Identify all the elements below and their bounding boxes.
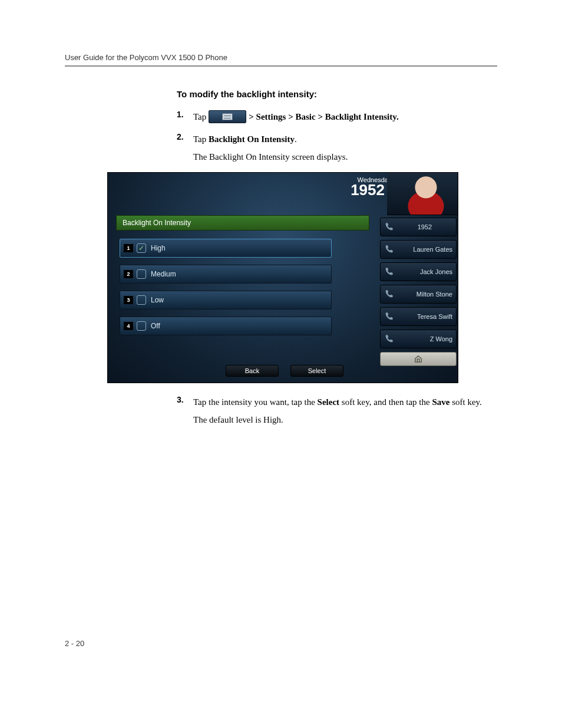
contact-label: Z Wong <box>397 335 452 342</box>
step-number: 1. <box>177 110 193 124</box>
step-text: Tap <box>193 110 206 124</box>
options-list: 1 ✓ High 2 Medium 3 Low 4 Off <box>120 239 332 342</box>
breadcrumb: > Settings > Basic > Backlight Intensity… <box>249 110 398 124</box>
option-medium[interactable]: 2 Medium <box>120 265 332 284</box>
handset-icon <box>384 312 394 321</box>
option-number: 2 <box>124 270 133 278</box>
option-number: 1 <box>124 244 133 252</box>
handset-icon <box>384 222 394 232</box>
content-continued: 3. Tap the intensity you want, tap the S… <box>177 395 497 427</box>
contacts-panel: 1952 Lauren Gates Jack Jones Milton Ston… <box>380 218 457 366</box>
contact-label: Milton Stone <box>397 291 452 298</box>
section-title: To modify the backlight intensity: <box>177 89 497 99</box>
step-text: . <box>295 134 297 144</box>
select-button[interactable]: Select <box>290 365 343 377</box>
contact-label: 1952 <box>397 223 452 230</box>
step-bold: Select <box>318 397 339 407</box>
step-number: 2. <box>177 132 193 164</box>
checkbox-icon <box>137 269 146 279</box>
contact-label: Teresa Swift <box>397 313 452 320</box>
step-text: soft key. <box>449 397 481 407</box>
step-number: 3. <box>177 395 193 427</box>
checkbox-icon: ✓ <box>137 243 146 253</box>
menu-icon <box>209 110 246 123</box>
option-high[interactable]: 1 ✓ High <box>120 239 332 258</box>
step-text: Tap <box>193 134 209 144</box>
step-3: 3. Tap the intensity you want, tap the S… <box>177 395 497 427</box>
handset-icon <box>384 289 394 299</box>
step-1: 1. Tap > Settings > Basic > Backlight In… <box>177 110 497 124</box>
contact-label: Lauren Gates <box>397 246 452 253</box>
option-off[interactable]: 4 Off <box>120 317 332 335</box>
phone-screen: Wednesday, February 4 1:30 PM 1952 Backl… <box>107 172 458 383</box>
handset-icon <box>384 334 394 344</box>
step-text: Tap the intensity you want, tap the <box>193 397 318 407</box>
phone-screenshot: Wednesday, February 4 1:30 PM 1952 Backl… <box>107 172 497 383</box>
back-button[interactable]: Back <box>226 365 279 377</box>
step-body: Tap > Settings > Basic > Backlight Inten… <box>193 110 497 124</box>
home-button[interactable] <box>380 352 457 366</box>
step-note: The default level is High. <box>193 413 497 427</box>
contact-item[interactable]: Lauren Gates <box>380 240 457 259</box>
handset-icon <box>384 245 394 254</box>
contact-label: Jack Jones <box>397 268 452 275</box>
self-line[interactable]: 1952 <box>380 218 457 236</box>
option-label: Off <box>151 322 160 330</box>
step-bold: Save <box>432 397 449 407</box>
contact-item[interactable]: Milton Stone <box>380 285 457 304</box>
softkey-bar: Back Select <box>226 365 343 377</box>
content: To modify the backlight intensity: 1. Ta… <box>177 89 497 164</box>
contact-item[interactable]: Z Wong <box>380 330 457 348</box>
contact-item[interactable]: Teresa Swift <box>380 307 457 326</box>
page-header: User Guide for the Polycom VVX 1500 D Ph… <box>65 53 497 67</box>
step-body: Tap Backlight On Intensity. The Backligh… <box>193 132 497 164</box>
step-text: soft key, and then tap the <box>339 397 432 407</box>
avatar <box>387 173 458 215</box>
extension-number: 1952 <box>351 181 385 199</box>
step-body: Tap the intensity you want, tap the Sele… <box>193 395 497 427</box>
option-label: Low <box>151 296 164 304</box>
step-bold: Backlight On Intensity <box>209 134 295 144</box>
option-label: High <box>151 244 166 252</box>
handset-icon <box>384 267 394 276</box>
contact-item[interactable]: Jack Jones <box>380 262 457 281</box>
checkbox-icon <box>137 321 146 331</box>
page-number: 2 - 20 <box>65 639 497 648</box>
home-icon <box>414 355 423 363</box>
step-2: 2. Tap Backlight On Intensity. The Backl… <box>177 132 497 164</box>
screen-title: Backlight On Intensity <box>116 215 369 230</box>
checkbox-icon <box>137 295 146 305</box>
option-label: Medium <box>151 270 176 278</box>
step-note: The Backlight On Intensity screen displa… <box>193 150 497 164</box>
option-low[interactable]: 3 Low <box>120 291 332 309</box>
option-number: 4 <box>124 322 133 330</box>
option-number: 3 <box>124 296 133 304</box>
